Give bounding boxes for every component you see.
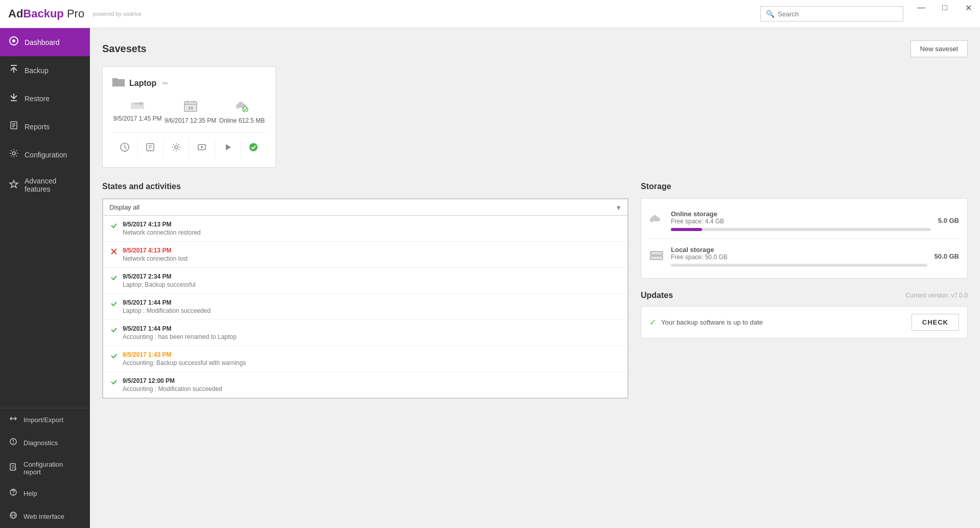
updates-section: Updates Current version: v7.0.0 ✓ Your b… (641, 291, 968, 338)
reports-icon (9, 121, 18, 132)
storage-bar-online (671, 228, 702, 231)
activity-content: 9/5/2017 1:44 PM Accounting : has been r… (123, 325, 620, 340)
search-input[interactable] (778, 10, 898, 18)
activity-item: 9/5/2017 1:44 PM Accounting : has been r… (103, 320, 627, 346)
saveset-card: Laptop ✏ 9/5/2017 1:45 PM 23 9/6/2017 12… (102, 66, 276, 168)
sidebar-item-backup[interactable]: Backup (0, 56, 90, 84)
sidebar-item-diagnostics[interactable]: Diagnostics (0, 431, 90, 454)
saveset-actions (112, 132, 266, 158)
web-interface-icon (9, 511, 17, 522)
svg-point-39 (175, 146, 178, 149)
new-saveset-button[interactable]: New saveset (911, 40, 968, 57)
states-activities-section: States and activities Display all ▼ 9/5/… (102, 182, 628, 399)
action-run-btn[interactable] (215, 139, 241, 158)
action-backup-type-btn[interactable] (190, 139, 216, 158)
activity-desc: Network connection lost (123, 255, 620, 262)
filter-select[interactable]: Display all (103, 199, 628, 216)
activity-status-icon (110, 274, 118, 283)
action-edit-btn[interactable] (138, 139, 164, 158)
edit-icon[interactable]: ✏ (162, 79, 169, 87)
check-button[interactable]: CHECK (912, 314, 959, 331)
activity-time: 9/5/2017 4:13 PM (123, 247, 620, 254)
main-layout: Dashboard Backup Restore Reports Configu… (0, 28, 980, 528)
update-status-text: Your backup software is up to date (661, 318, 906, 326)
storage-bar-wrap-online (671, 228, 931, 231)
restore-icon (9, 93, 18, 104)
storage-total-local: 50.0 GB (935, 252, 959, 260)
last-backup-value: 9/5/2017 1:45 PM (113, 115, 162, 122)
help-icon (9, 488, 17, 499)
storage-name-online: Online storage (671, 210, 931, 218)
storage-icon-local (649, 249, 664, 264)
activity-status-icon (110, 326, 118, 335)
search-box[interactable]: 🔍 (760, 6, 903, 21)
folder-icon (112, 76, 125, 90)
titlebar: AdBackup Pro powered by oodrive 🔍 — □ ✕ (0, 0, 980, 28)
stat-last-backup: 9/5/2017 1:45 PM (113, 100, 162, 124)
action-status-btn[interactable] (241, 139, 267, 158)
sidebar-item-label-help: Help (24, 490, 37, 497)
sidebar-item-dashboard[interactable]: Dashboard (0, 28, 90, 56)
sidebar-item-configuration[interactable]: Configuration (0, 141, 90, 169)
minimize-button[interactable]: — (909, 0, 933, 15)
activity-time: 9/5/2017 1:44 PM (123, 325, 620, 332)
sidebar-item-label-reports: Reports (25, 123, 50, 131)
activity-item: 9/5/2017 12:00 PM Accounting : Modificat… (103, 372, 627, 398)
activity-status-icon (110, 352, 118, 361)
sidebar-item-web-interface[interactable]: Web interface (0, 505, 90, 528)
svg-rect-46 (650, 251, 663, 255)
storage-item-online: Online storage Free space: 4.4 GB 5.0 GB (649, 203, 959, 239)
stat-online-size: Online 612.5 MB (219, 100, 265, 124)
storage-name-local: Local storage (671, 246, 927, 254)
action-settings-btn[interactable] (164, 139, 190, 158)
storage-free-local: Free space: 50.0 GB (671, 254, 927, 261)
sidebar-item-help[interactable]: Help (0, 482, 90, 505)
logo-powered: powered by oodrive (92, 11, 142, 17)
update-check-icon: ✓ (649, 317, 656, 327)
update-status-box: ✓ Your backup software is up to date CHE… (641, 306, 968, 338)
sidebar-item-label-configuration: Configuration (25, 151, 67, 159)
activity-status-icon (110, 222, 118, 231)
activity-content: 9/5/2017 4:13 PM Network connection rest… (123, 221, 620, 236)
action-schedule-btn[interactable] (112, 139, 138, 158)
activity-item: 9/5/2017 1:43 PM Accounting: Backup succ… (103, 346, 627, 372)
activity-status-icon (110, 248, 118, 257)
activity-item: 9/5/2017 4:13 PM Network connection rest… (103, 216, 627, 242)
activity-desc: Accounting : Modification succeeded (123, 385, 620, 393)
svg-line-34 (125, 147, 127, 149)
storage-icon-online (649, 213, 664, 228)
storage-info-local: Local storage Free space: 50.0 GB (671, 246, 927, 267)
page-title: Savesets (102, 43, 147, 55)
maximize-button[interactable]: □ (933, 0, 956, 15)
sidebar-item-config-report[interactable]: Configuration report (0, 454, 90, 482)
activity-status-icon (110, 300, 118, 309)
online-storage-icon (219, 100, 265, 115)
sidebar-bottom: Import/Export Diagnostics Configuration … (0, 408, 90, 528)
sidebar-item-label-config-report: Configuration report (24, 461, 81, 476)
activity-time: 9/5/2017 2:34 PM (123, 273, 620, 280)
sidebar-item-label-diagnostics: Diagnostics (24, 439, 58, 447)
activity-time: 9/5/2017 1:43 PM (123, 351, 620, 358)
next-backup-value: 9/6/2017 12:35 PM (165, 117, 216, 124)
activity-content: 9/5/2017 12:00 PM Accounting : Modificat… (123, 377, 620, 393)
activity-content: 9/5/2017 1:44 PM Laptop : Modification s… (123, 299, 620, 314)
svg-point-1 (12, 39, 15, 42)
svg-point-10 (12, 152, 15, 155)
sidebar-item-import-export[interactable]: Import/Export (0, 408, 90, 431)
sidebar-item-advanced[interactable]: Advanced features (0, 169, 90, 201)
storage-section: Storage Online storage Free space: 4.4 G… (641, 182, 968, 279)
svg-rect-47 (650, 256, 663, 260)
svg-point-41 (201, 146, 203, 148)
sidebar-item-reports[interactable]: Reports (0, 112, 90, 141)
activity-status-icon (110, 378, 118, 387)
dashboard-icon (9, 36, 18, 48)
svg-point-14 (13, 443, 14, 444)
close-button[interactable]: ✕ (956, 0, 980, 15)
import-export-icon (9, 415, 17, 425)
sidebar-item-restore[interactable]: Restore (0, 84, 90, 112)
online-size-value: Online 612.5 MB (219, 117, 265, 124)
activity-desc: Network connection restored (123, 229, 620, 236)
storage-free-online: Free space: 4.4 GB (671, 218, 931, 225)
activity-desc: Accounting: Backup successful with warni… (123, 359, 620, 366)
activity-desc: Accounting : has been renamed to Laptop (123, 333, 620, 340)
